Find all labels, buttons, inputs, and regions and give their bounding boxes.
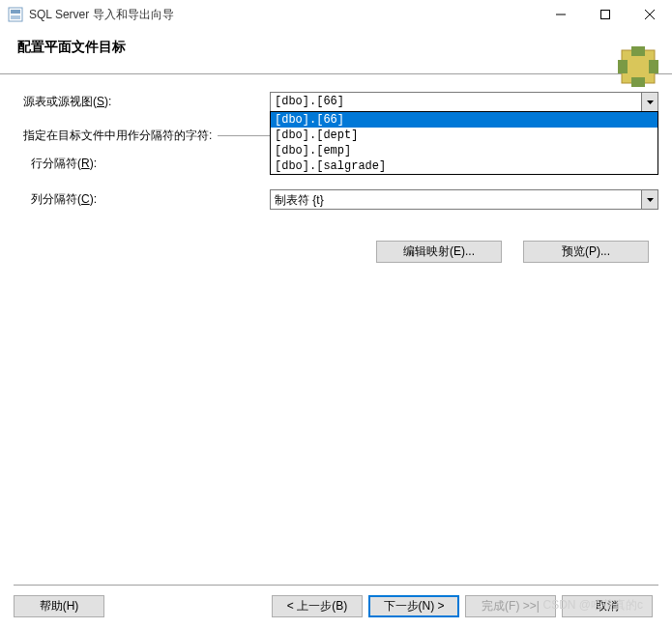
wizard-icon — [618, 46, 658, 90]
dropdown-item[interactable]: [dbo].[emp] — [271, 143, 657, 158]
content-area: 源表或源视图(S): [dbo].[66] [dbo].[66] [dbo].[… — [0, 74, 672, 263]
footer-divider — [14, 585, 658, 586]
source-label: 源表或源视图(S): — [23, 94, 270, 110]
svg-rect-9 — [618, 60, 628, 73]
svg-rect-1 — [11, 10, 20, 14]
back-button[interactable]: < 上一步(B) — [272, 595, 363, 617]
dropdown-button[interactable] — [641, 190, 657, 209]
delimiter-group-label: 指定在目标文件中用作分隔符的字符: — [23, 128, 212, 144]
dropdown-item[interactable]: [dbo].[66] — [271, 112, 657, 128]
svg-rect-11 — [631, 77, 645, 87]
preview-button[interactable]: 预览(P)... — [523, 241, 649, 263]
svg-marker-14 — [647, 198, 654, 202]
source-combo[interactable]: [dbo].[66] [dbo].[66] [dbo].[dept] [dbo]… — [270, 92, 658, 112]
maximize-button[interactable] — [583, 0, 628, 29]
action-buttons: 编辑映射(E)... 预览(P)... — [23, 241, 658, 263]
page-title: 配置平面文件目标 — [17, 39, 662, 56]
svg-marker-12 — [647, 100, 654, 104]
col-delimiter-row: 列分隔符(C): 制表符 {t} — [23, 189, 658, 210]
svg-rect-8 — [631, 46, 645, 56]
edit-mapping-button[interactable]: 编辑映射(E)... — [376, 241, 502, 263]
source-row: 源表或源视图(S): [dbo].[66] [dbo].[66] [dbo].[… — [23, 92, 658, 112]
col-delimiter-label: 列分隔符(C): — [31, 191, 270, 208]
window-title: SQL Server 导入和导出向导 — [29, 7, 539, 23]
dropdown-item[interactable]: [dbo].[dept] — [271, 128, 657, 143]
svg-rect-2 — [11, 15, 20, 19]
row-delimiter-label: 行分隔符(R): — [31, 156, 270, 172]
close-button[interactable] — [628, 0, 672, 29]
col-delimiter-combo[interactable]: 制表符 {t} — [270, 189, 658, 210]
dropdown-button[interactable] — [641, 93, 657, 111]
cancel-button[interactable]: 取消 — [562, 595, 653, 617]
help-button[interactable]: 帮助(H) — [14, 595, 104, 617]
dropdown-item[interactable]: [dbo].[salgrade] — [271, 158, 657, 174]
source-value: [dbo].[66] — [271, 93, 641, 111]
wizard-footer: 帮助(H) < 上一步(B) 下一步(N) > 完成(F) >>| 取消 — [14, 585, 658, 617]
svg-rect-4 — [601, 11, 610, 19]
app-icon — [8, 7, 23, 22]
wizard-header: 配置平面文件目标 — [0, 29, 672, 74]
titlebar: SQL Server 导入和导出向导 — [0, 0, 672, 29]
finish-button: 完成(F) >>| — [465, 595, 556, 617]
next-button[interactable]: 下一步(N) > — [368, 595, 459, 617]
window-controls — [539, 0, 672, 29]
col-delimiter-value: 制表符 {t} — [271, 190, 641, 209]
svg-rect-10 — [649, 60, 658, 73]
minimize-button[interactable] — [539, 0, 583, 29]
source-dropdown: [dbo].[66] [dbo].[dept] [dbo].[emp] [dbo… — [270, 111, 658, 175]
